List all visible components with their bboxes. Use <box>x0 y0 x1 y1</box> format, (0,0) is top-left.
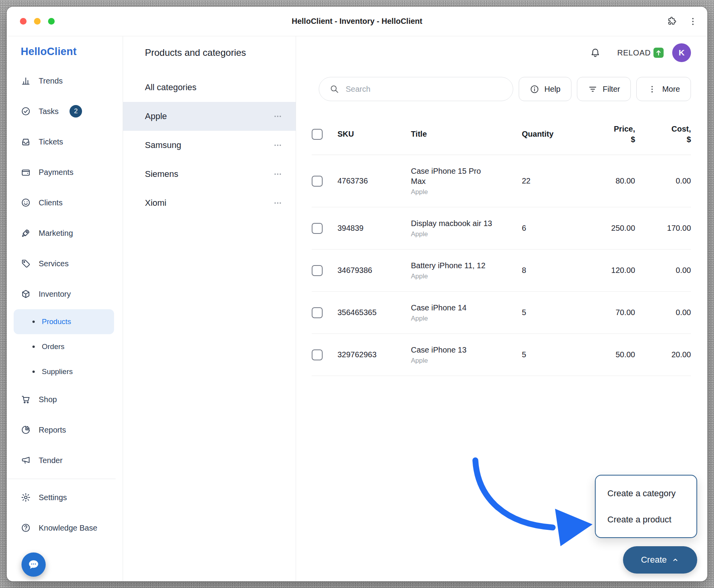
table-header-row: SKU Title Quantity Price, $ Cost, $ <box>312 114 691 155</box>
sidebar-item-services[interactable]: Services <box>7 248 123 279</box>
reload-button[interactable]: RELOAD <box>617 48 664 58</box>
bullet-icon <box>32 371 35 373</box>
category-item-all[interactable]: All categories <box>123 73 296 102</box>
sidebar-item-suppliers[interactable]: Suppliers <box>14 359 114 384</box>
payments-icon <box>21 167 31 177</box>
marketing-icon <box>21 228 31 238</box>
bullet-icon <box>32 321 35 323</box>
row-checkbox[interactable] <box>312 176 323 187</box>
sidebar-item-knowledge-base[interactable]: Knowledge Base <box>7 513 123 543</box>
tasks-icon <box>21 106 31 116</box>
table-row[interactable]: 394839 Display macbook air 13 Apple 6 25… <box>312 207 691 249</box>
chat-icon <box>27 558 40 571</box>
create-dropdown-menu: Create a category Create a product <box>595 475 697 538</box>
header-title: Title <box>411 130 522 139</box>
create-category-menu-item[interactable]: Create a category <box>596 480 696 506</box>
shop-icon <box>21 394 31 404</box>
app-logo: HelloClient <box>21 46 123 58</box>
sidebar-item-marketing[interactable]: Marketing <box>7 218 123 248</box>
category-item-xiomi[interactable]: Xiomi <box>123 189 296 217</box>
row-checkbox[interactable] <box>312 307 323 318</box>
sidebar-item-products[interactable]: Products <box>14 309 114 334</box>
table-row[interactable]: 4763736 Case iPhone 15 Pro Max Apple 22 … <box>312 155 691 207</box>
table-row[interactable]: 329762963 Case iPhone 13 Apple 5 50.00 2… <box>312 334 691 376</box>
header-sku: SKU <box>337 130 411 139</box>
page-title: Products and categories <box>145 47 282 58</box>
filter-button[interactable]: Filter <box>577 77 631 101</box>
sidebar-item-tasks[interactable]: Tasks 2 <box>7 96 123 127</box>
help-button[interactable]: Help <box>519 77 571 101</box>
products-table: SKU Title Quantity Price, $ Cost, $ 4763… <box>312 114 691 376</box>
search-input[interactable] <box>346 85 503 94</box>
extension-icon[interactable] <box>666 16 677 27</box>
titlebar: HelloClient - Inventory - HelloClient <box>7 7 707 36</box>
table-row[interactable]: 34679386 Battery iPhone 11, 12 Apple 8 1… <box>312 249 691 292</box>
sidebar-item-shop[interactable]: Shop <box>7 384 123 415</box>
product-title: Case iPhone 14 <box>411 303 492 313</box>
upgrade-arrow-icon <box>653 48 664 58</box>
window-controls <box>20 7 55 36</box>
tickets-icon <box>21 137 31 147</box>
question-circle-icon <box>21 523 31 533</box>
row-checkbox[interactable] <box>312 349 323 360</box>
category-item-apple[interactable]: Apple <box>123 102 296 131</box>
product-title: Display macbook air 13 <box>411 218 492 228</box>
filter-icon <box>588 84 598 94</box>
close-button[interactable] <box>20 18 27 25</box>
services-icon <box>21 258 31 269</box>
category-menu-icon[interactable] <box>273 169 282 179</box>
product-category: Apple <box>411 188 522 196</box>
tender-icon <box>21 455 31 465</box>
sidebar-divider <box>7 479 116 479</box>
desktop-background: HelloClient - Inventory - HelloClient He… <box>0 0 714 588</box>
product-category: Apple <box>411 357 522 365</box>
chat-fab-button[interactable] <box>21 552 46 577</box>
zoom-button[interactable] <box>48 18 55 25</box>
row-checkbox[interactable] <box>312 223 323 234</box>
chevron-up-icon <box>671 556 679 564</box>
more-button[interactable]: More <box>636 77 691 101</box>
topbar: RELOAD K <box>319 43 691 63</box>
table-row[interactable]: 356465365 Case iPhone 14 Apple 5 70.00 0… <box>312 292 691 334</box>
sidebar-item-clients[interactable]: Clients <box>7 187 123 218</box>
category-menu-icon[interactable] <box>273 198 282 208</box>
categories-panel: Products and categories All categories A… <box>123 36 296 581</box>
sidebar-item-trends[interactable]: Trends <box>7 66 123 96</box>
product-category: Apple <box>411 230 522 238</box>
bullet-icon <box>32 346 35 348</box>
sidebar-item-reports[interactable]: Reports <box>7 415 123 445</box>
category-menu-icon[interactable] <box>273 112 282 121</box>
select-all-checkbox[interactable] <box>312 129 323 140</box>
info-icon <box>530 84 539 94</box>
sidebar-item-payments[interactable]: Payments <box>7 157 123 187</box>
category-item-siemens[interactable]: Siemens <box>123 160 296 189</box>
product-title: Battery iPhone 11, 12 <box>411 260 492 271</box>
row-checkbox[interactable] <box>312 265 323 276</box>
product-title: Case iPhone 13 <box>411 345 492 355</box>
more-vertical-icon <box>647 84 657 94</box>
toolbar: Help Filter More <box>319 77 691 101</box>
trends-icon <box>21 76 31 86</box>
sidebar-item-orders[interactable]: Orders <box>14 334 114 359</box>
browser-menu-icon[interactable] <box>688 16 698 27</box>
app-window: HelloClient - Inventory - HelloClient He… <box>7 7 707 581</box>
sidebar-item-settings[interactable]: Settings <box>7 482 123 513</box>
sidebar-item-inventory[interactable]: Inventory <box>7 279 123 309</box>
settings-icon <box>21 492 31 502</box>
notifications-bell-icon[interactable] <box>590 47 601 58</box>
sidebar-item-tickets[interactable]: Tickets <box>7 127 123 157</box>
minimize-button[interactable] <box>34 18 41 25</box>
user-avatar[interactable]: K <box>672 43 691 62</box>
sidebar-item-tender[interactable]: Tender <box>7 445 123 476</box>
header-cost: Cost, $ <box>635 124 691 145</box>
reports-icon <box>21 425 31 435</box>
header-price: Price, $ <box>580 124 635 145</box>
category-menu-icon[interactable] <box>273 141 282 150</box>
search-icon <box>329 84 339 94</box>
create-button[interactable]: Create <box>623 546 697 574</box>
category-item-samsung[interactable]: Samsung <box>123 131 296 160</box>
search-box[interactable] <box>319 77 513 101</box>
inventory-icon <box>21 289 31 299</box>
clients-icon <box>21 198 31 208</box>
create-product-menu-item[interactable]: Create a product <box>596 506 696 533</box>
